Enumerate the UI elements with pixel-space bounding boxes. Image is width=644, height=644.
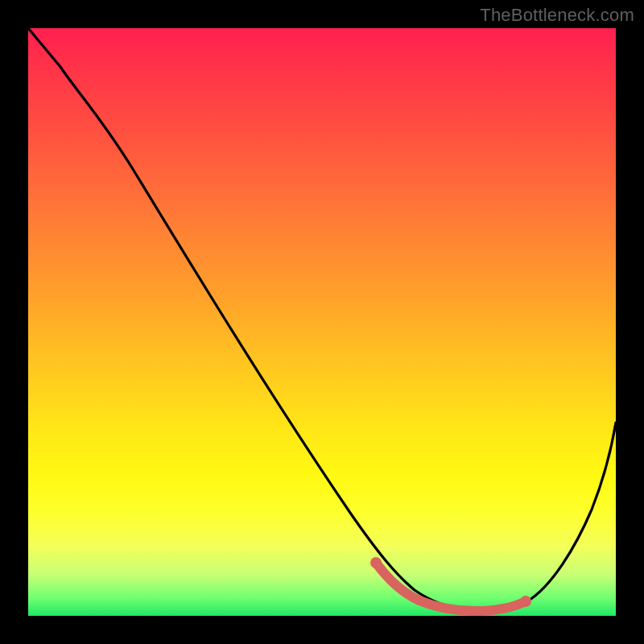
watermark-label: TheBottleneck.com [480, 5, 634, 26]
highlight-dot-mid1 [415, 596, 424, 605]
highlight-band [376, 563, 526, 611]
plot-area [28, 28, 616, 616]
highlight-dot-mid2 [470, 606, 480, 616]
chart-frame: TheBottleneck.com [0, 0, 644, 644]
curve-layer [28, 28, 616, 616]
highlight-dot-right [520, 596, 531, 607]
highlight-dot-left [370, 557, 382, 568]
bottleneck-curve [28, 28, 616, 610]
